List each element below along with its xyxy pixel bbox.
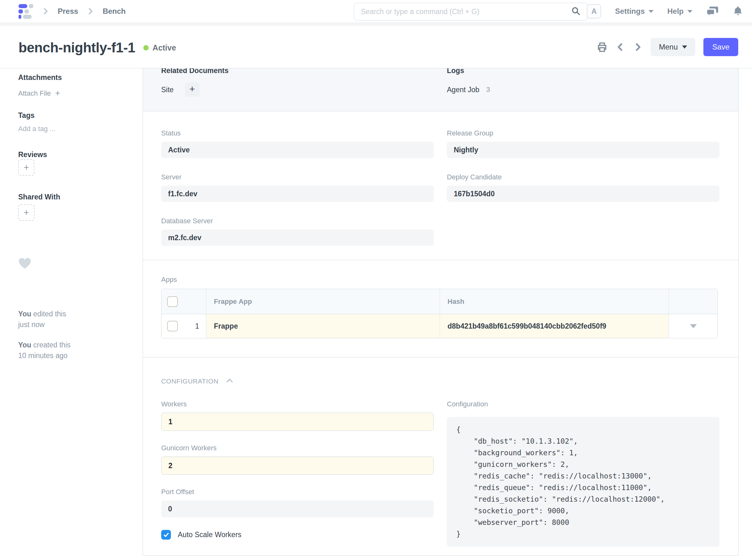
row-index: 1 bbox=[195, 322, 199, 331]
status-dot-green bbox=[143, 45, 149, 51]
release-group-label: Release Group bbox=[447, 129, 719, 137]
server-label: Server bbox=[161, 173, 434, 181]
tags-heading: Tags bbox=[18, 111, 35, 120]
add-tag-input[interactable]: Add a tag ... bbox=[18, 125, 56, 133]
form-layout: Related Documents Site + Logs Agent Job … bbox=[143, 68, 738, 556]
add-share-button[interactable]: + bbox=[18, 204, 35, 221]
field-port-offset: Port Offset 0 bbox=[161, 488, 434, 517]
apps-grid-header: Frappe App Hash bbox=[161, 289, 717, 314]
gunicorn-workers-label: Gunicorn Workers bbox=[161, 444, 434, 452]
add-review-button[interactable]: + bbox=[18, 159, 35, 176]
agent-job-count: 3 bbox=[487, 86, 490, 94]
field-database-server: Database Server m2.fc.dev bbox=[161, 217, 434, 246]
edited-by: You bbox=[18, 310, 31, 318]
apps-section: Apps Frappe App Hash 1 Frappe d8b bbox=[143, 260, 738, 357]
attach-file-label: Attach File bbox=[18, 89, 51, 98]
chevron-down-icon bbox=[682, 45, 687, 48]
search-input[interactable] bbox=[361, 7, 571, 16]
help-menu[interactable]: Help bbox=[667, 7, 692, 16]
gunicorn-workers-input[interactable]: 2 bbox=[161, 457, 434, 475]
page-head: bench-nightly-f1-1 Active Menu bbox=[0, 26, 752, 68]
select-all-checkbox[interactable] bbox=[167, 296, 178, 307]
user-avatar[interactable]: A bbox=[587, 4, 601, 19]
field-deploy-candidate: Deploy Candidate 167b1504d0 bbox=[447, 173, 719, 202]
hash-column-header[interactable]: Hash bbox=[440, 289, 669, 314]
deploy-candidate-label: Deploy Candidate bbox=[447, 173, 719, 181]
agent-job-link[interactable]: Agent Job bbox=[447, 86, 479, 94]
print-icon[interactable] bbox=[597, 42, 608, 52]
help-label: Help bbox=[667, 7, 684, 16]
status-indicator: Active bbox=[143, 43, 176, 52]
shared-with-heading: Shared With bbox=[18, 193, 60, 201]
configuration-section-heading[interactable]: CONFIGURATION bbox=[161, 378, 218, 385]
plus-icon: + bbox=[55, 88, 60, 98]
form-dashboard-section: Related Documents Site + Logs Agent Job … bbox=[143, 68, 738, 111]
auto-scale-workers-checkbox[interactable] bbox=[161, 530, 171, 540]
port-offset-label: Port Offset bbox=[161, 488, 434, 496]
release-group-value[interactable]: Nightly bbox=[447, 142, 719, 158]
status-value: Active bbox=[161, 142, 434, 158]
attachments-heading: Attachments bbox=[18, 73, 62, 82]
menu-button[interactable]: Menu bbox=[651, 38, 695, 56]
deploy-candidate-value[interactable]: 167b1504d0 bbox=[447, 186, 719, 202]
database-server-value[interactable]: m2.fc.dev bbox=[161, 229, 434, 246]
attach-file-button[interactable]: Attach File + bbox=[18, 88, 60, 98]
apps-section-label: Apps bbox=[161, 276, 720, 284]
save-button[interactable]: Save bbox=[704, 38, 738, 56]
global-search[interactable] bbox=[354, 3, 588, 20]
app-logo[interactable] bbox=[19, 4, 33, 19]
field-server: Server f1.fc.dev bbox=[161, 173, 434, 202]
settings-label: Settings bbox=[615, 7, 645, 16]
form-fields-section: Status Active Server f1.fc.dev Database … bbox=[143, 111, 738, 260]
created-by: You bbox=[18, 341, 31, 349]
apps-grid-row: 1 Frappe d8b421b49a8bf61c599b048140cbb20… bbox=[161, 314, 717, 338]
field-release-group: Release Group Nightly bbox=[447, 129, 719, 158]
status-indicator-label: Active bbox=[153, 43, 176, 52]
search-icon bbox=[571, 6, 580, 17]
server-value[interactable]: f1.fc.dev bbox=[161, 186, 434, 202]
reviews-heading: Reviews bbox=[18, 151, 47, 159]
created-when: 10 minutes ago bbox=[18, 352, 67, 360]
database-server-label: Database Server bbox=[161, 217, 434, 225]
status-label: Status bbox=[161, 129, 434, 137]
hash-cell[interactable]: d8b421b49a8bf61c599b048140cbb2062fed50f9 bbox=[440, 314, 669, 338]
next-record-icon[interactable] bbox=[633, 42, 642, 52]
configuration-label: Configuration bbox=[447, 400, 719, 408]
plus-icon: + bbox=[190, 84, 195, 94]
prev-record-icon[interactable] bbox=[616, 42, 625, 52]
created-log: You created this 10 minutes ago bbox=[18, 340, 119, 361]
edited-when: just now bbox=[18, 320, 44, 328]
plus-icon: + bbox=[23, 162, 29, 173]
workers-input[interactable]: 1 bbox=[161, 413, 434, 431]
configuration-section: CONFIGURATION Workers 1 Gunicorn Workers… bbox=[143, 357, 738, 555]
auto-scale-workers-label: Auto Scale Workers bbox=[178, 531, 241, 539]
field-status: Status Active bbox=[161, 129, 434, 158]
breadcrumb-bench[interactable]: Bench bbox=[102, 7, 125, 16]
site-link[interactable]: Site bbox=[161, 86, 174, 94]
field-workers: Workers 1 bbox=[161, 400, 434, 431]
save-button-label: Save bbox=[712, 43, 729, 52]
frappe-app-cell[interactable]: Frappe bbox=[206, 314, 440, 338]
notifications-bell-icon[interactable] bbox=[733, 6, 743, 17]
frappe-app-column-header[interactable]: Frappe App bbox=[206, 289, 440, 314]
menu-button-label: Menu bbox=[659, 43, 678, 52]
chat-icon[interactable] bbox=[706, 6, 719, 17]
chevron-right-icon bbox=[41, 7, 50, 15]
collapse-chevron-up-icon[interactable] bbox=[225, 376, 234, 386]
row-expand-dropdown-icon[interactable] bbox=[690, 324, 697, 328]
like-heart-icon[interactable] bbox=[18, 257, 31, 271]
row-checkbox[interactable] bbox=[167, 321, 178, 332]
edited-log: You edited this just now bbox=[18, 308, 119, 330]
edited-action: edited this bbox=[31, 310, 66, 318]
chevron-down-icon bbox=[649, 10, 654, 13]
navbar: Press Bench A Settings Help bbox=[0, 0, 752, 23]
add-site-button[interactable]: + bbox=[185, 82, 199, 97]
port-offset-value: 0 bbox=[161, 500, 434, 517]
logs-heading: Logs bbox=[447, 68, 490, 75]
breadcrumb-press[interactable]: Press bbox=[58, 7, 78, 16]
workers-label: Workers bbox=[161, 400, 434, 408]
created-action: created this bbox=[31, 341, 71, 349]
settings-menu[interactable]: Settings bbox=[615, 7, 654, 16]
page-container: bench-nightly-f1-1 Active Menu bbox=[0, 26, 752, 560]
page-title: bench-nightly-f1-1 bbox=[19, 40, 135, 56]
